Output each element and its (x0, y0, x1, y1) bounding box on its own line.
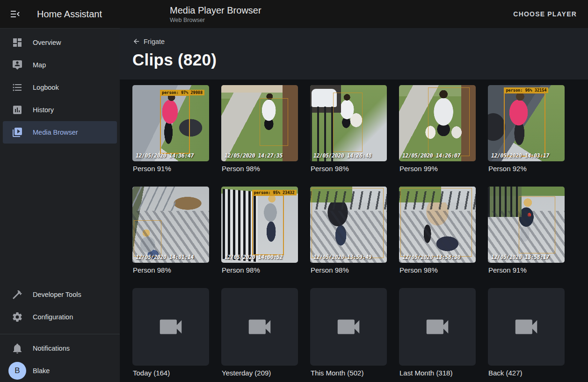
clip-thumbnail: person: 95% 23432 12/05/2020 14:00:52 (221, 187, 298, 263)
user-avatar: B (8, 362, 26, 380)
detection-bbox (400, 188, 472, 257)
arrow-left-icon (132, 37, 140, 45)
clip-label: Person 98% (311, 266, 387, 274)
clip-label: Person 98% (133, 266, 209, 274)
clip-card[interactable]: 12/05/2020 13:59:49 Person 98% (310, 187, 387, 274)
chart-box-icon (12, 104, 23, 115)
clip-card[interactable]: 12/05/2020 14:27:35 Person 98% (221, 85, 298, 173)
bell-icon (12, 343, 23, 354)
video-icon (334, 312, 363, 341)
clip-label: Person 91% (488, 266, 565, 274)
sidebar-item-label: Configuration (33, 313, 73, 321)
sidebar-item-history[interactable]: History (3, 99, 117, 121)
sidebar-item-map[interactable]: Map (3, 54, 117, 76)
clip-card[interactable]: 12/05/2020 14:26:07 Person 99% (399, 85, 476, 173)
detection-bbox (519, 196, 556, 253)
sidebar-item-label: Media Browser (33, 129, 78, 136)
sidebar-toggle-icon[interactable] (9, 8, 21, 20)
sidebar-item-label: Map (33, 61, 46, 69)
detection-bbox (134, 220, 161, 257)
clip-timestamp: 12/05/2020 14:03:17 (491, 152, 549, 159)
folder-card-yesterday[interactable]: Yesterday (209) (221, 288, 298, 377)
sidebar-item-media-browser[interactable]: Media Browser (3, 121, 117, 144)
clip-thumbnail: 12/05/2020 13:58:17 (488, 187, 565, 263)
detection-bbox: person: 95% 23432 (252, 195, 284, 255)
sidebar: Overview Map Logbook History Media Brows… (0, 28, 120, 382)
breadcrumb[interactable]: Frigate (132, 37, 165, 45)
folder-card-today[interactable]: Today (164) (132, 288, 209, 377)
format-list-bulleted-icon (12, 82, 23, 93)
page-title-block: Media Player Browser Web Browser (170, 5, 261, 23)
clip-thumbnail: 12/05/2020 14:26:07 (399, 85, 476, 161)
art-railing (132, 187, 175, 211)
clip-thumbnail: person: 96% 32154 12/05/2020 14:03:17 (488, 85, 565, 161)
detection-bbox: person: 97% 29988 (160, 95, 190, 154)
clip-card[interactable]: person: 95% 23432 12/05/2020 14:00:52 Pe… (221, 187, 298, 274)
media-browser-panel: Frigate Clips (820) person: 97% 29988 12… (120, 28, 588, 382)
detection-label: person: 97% 29988 (160, 90, 204, 95)
clip-label: Person 92% (488, 165, 565, 173)
detection-bbox (333, 93, 362, 152)
play-box-multiple-icon (12, 127, 23, 138)
folder-tile (132, 288, 209, 366)
sidebar-item-label: Notifications (33, 345, 70, 352)
clip-card[interactable]: 12/05/2020 14:26:48 Person 98% (310, 85, 387, 173)
sidebar-item-overview[interactable]: Overview (3, 31, 117, 54)
clip-thumbnail: person: 97% 29988 12/05/2020 14:36:47 (132, 85, 209, 161)
user-name: Blake (33, 367, 50, 375)
folder-label: This Month (502) (311, 369, 387, 377)
clip-timestamp: 12/05/2020 13:59:49 (313, 254, 371, 260)
sidebar-item-user[interactable]: B Blake (3, 360, 117, 382)
clip-thumbnail: 12/05/2020 14:01:14 (132, 187, 209, 263)
sidebar-item-logbook[interactable]: Logbook (3, 76, 117, 99)
clips-grid-container: person: 97% 29988 12/05/2020 14:36:47 Pe… (120, 79, 588, 382)
folder-label: Yesterday (209) (222, 369, 298, 377)
detection-bbox (312, 188, 384, 258)
folder-tile (221, 288, 298, 366)
folder-label: Today (164) (133, 369, 209, 377)
video-icon (156, 312, 185, 341)
detection-label: person: 96% 32154 (504, 87, 548, 93)
folder-tile (488, 288, 565, 366)
sidebar-item-configuration[interactable]: Configuration (3, 306, 117, 328)
detection-bbox (260, 98, 288, 146)
clip-card[interactable]: person: 96% 32154 12/05/2020 14:03:17 Pe… (488, 85, 565, 173)
sidebar-spacer (0, 144, 120, 283)
clip-label: Person 98% (399, 266, 476, 274)
video-icon (423, 312, 452, 341)
folder-card-this-month[interactable]: This Month (502) (310, 288, 387, 377)
sidebar-item-label: Overview (33, 39, 61, 46)
clip-label: Person 98% (222, 165, 298, 173)
sidebar-item-developer-tools[interactable]: Developer Tools (3, 283, 117, 306)
folder-tile (310, 288, 387, 366)
clip-timestamp: 12/05/2020 14:01:14 (136, 254, 194, 260)
detection-bbox (428, 87, 470, 156)
media-browser-header: Frigate Clips (820) (120, 28, 588, 79)
cog-icon (12, 311, 23, 323)
clip-timestamp: 12/05/2020 14:26:07 (402, 152, 460, 159)
clip-card[interactable]: 12/05/2020 13:58:30 Person 98% (399, 187, 476, 274)
detection-bbox: person: 96% 32154 (504, 93, 545, 157)
page-subtitle: Web Browser (170, 17, 261, 23)
detection-label: person: 95% 23432 (252, 190, 297, 195)
hammer-icon (12, 289, 23, 300)
sidebar-item-label: Logbook (33, 84, 59, 91)
folder-card-last-month[interactable]: Last Month (318) (399, 288, 476, 377)
clip-label: Person 91% (133, 165, 209, 173)
sidebar-item-notifications[interactable]: Notifications (3, 337, 117, 360)
choose-player-button[interactable]: CHOOSE PLAYER (508, 6, 582, 22)
sidebar-item-label: History (33, 106, 54, 114)
breadcrumb-label: Frigate (144, 38, 165, 45)
clip-label: Person 98% (222, 266, 298, 274)
clip-card[interactable]: 12/05/2020 13:58:17 Person 91% (488, 187, 565, 274)
clip-card[interactable]: person: 97% 29988 12/05/2020 14:36:47 Pe… (132, 85, 209, 173)
video-icon (512, 312, 541, 341)
folder-card-back[interactable]: Back (427) (488, 288, 565, 377)
clip-thumbnail: 12/05/2020 13:58:30 (399, 187, 476, 263)
clip-thumbnail: 12/05/2020 14:27:35 (221, 85, 298, 161)
clip-timestamp: 12/05/2020 14:00:52 (225, 254, 283, 260)
clip-card[interactable]: 12/05/2020 14:01:14 Person 98% (132, 187, 209, 274)
clip-thumbnail: 12/05/2020 14:26:48 (310, 85, 387, 161)
page-title: Media Player Browser (170, 5, 261, 16)
clip-label: Person 98% (311, 165, 387, 173)
